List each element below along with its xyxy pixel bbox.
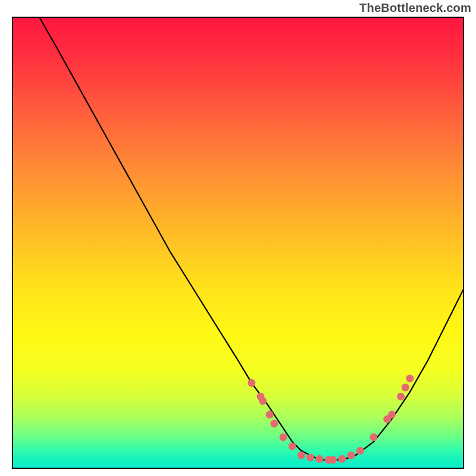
data-marker [248, 379, 255, 387]
data-marker [270, 420, 278, 428]
data-marker [347, 452, 355, 459]
data-marker [329, 456, 337, 464]
data-marker [289, 443, 296, 450]
data-marker [402, 384, 409, 392]
data-marker [259, 397, 267, 405]
data-marker [356, 447, 364, 455]
data-marker [370, 433, 378, 441]
data-marker [266, 411, 274, 418]
plot-area [12, 17, 464, 469]
curve-layer [12, 17, 464, 469]
marker-group [248, 375, 414, 464]
chart-frame: TheBottleneck.com [0, 0, 476, 476]
data-marker [280, 433, 287, 441]
data-marker [306, 454, 314, 462]
watermark-text: TheBottleneck.com [359, 1, 471, 15]
data-marker [406, 375, 414, 383]
data-marker [338, 455, 346, 463]
data-marker [388, 411, 396, 418]
data-marker [315, 455, 323, 463]
data-marker [298, 452, 305, 459]
data-marker [397, 393, 405, 400]
